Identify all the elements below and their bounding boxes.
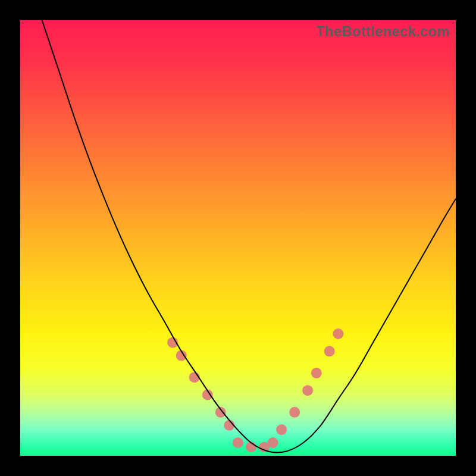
bottleneck-curve	[42, 20, 456, 453]
marker-dot	[276, 424, 287, 435]
marker-dot	[333, 328, 343, 339]
marker-dot	[311, 368, 322, 378]
marker-dot	[302, 385, 313, 396]
marker-dot	[268, 437, 278, 448]
chart-frame: TheBottleneck.com	[0, 0, 476, 476]
curve-layer	[20, 20, 456, 456]
marker-dot	[233, 437, 243, 448]
marker-dot	[324, 346, 335, 356]
marker-dot	[289, 407, 300, 418]
watermark-text: TheBottleneck.com	[316, 23, 450, 40]
marker-dots	[167, 328, 343, 452]
plot-area: TheBottleneck.com	[20, 20, 456, 456]
